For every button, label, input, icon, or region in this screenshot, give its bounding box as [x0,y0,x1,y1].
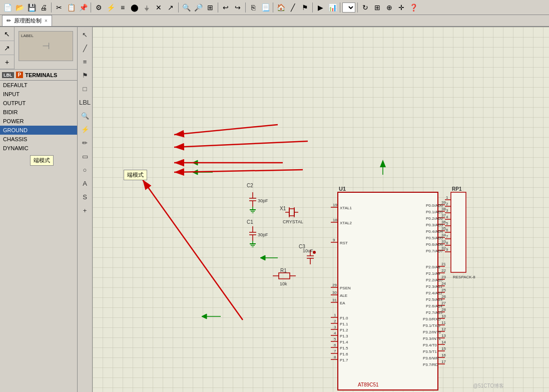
svg-text:P0.4/AD4: P0.4/AD4 [426,229,443,234]
svg-text:P0.5/AD5: P0.5/AD5 [426,236,443,240]
bus-entry-icon[interactable]: ↗ [165,2,176,13]
terminal-item-output[interactable]: OUTPUT [0,99,77,108]
wire-icon[interactable]: ⚡ [105,2,116,13]
terminal-item-default[interactable]: DEFAULT [0,81,77,90]
svg-rect-28 [279,273,290,279]
svg-text:C1: C1 [247,219,253,225]
junction-icon[interactable]: ⬤ [129,2,140,13]
svg-marker-186 [380,160,386,167]
print-icon[interactable]: 🖨 [38,2,49,13]
svg-text:X1: X1 [280,206,286,211]
svg-text:P0.1/AD1: P0.1/AD1 [426,210,443,214]
svg-text:6: 6 [446,228,448,232]
rect-tool[interactable]: ▭ [79,150,92,163]
measure-tool[interactable]: ⚡ [79,123,92,136]
pencil-tool[interactable]: ✏ [79,136,92,149]
help-icon[interactable]: ❓ [408,2,419,13]
tab-close-button[interactable]: × [45,18,48,24]
zoom-fit-icon[interactable]: ⊞ [205,2,216,13]
paste2-icon[interactable]: 📃 [260,2,271,13]
new-icon[interactable]: 📄 [2,2,13,13]
svg-text:15: 15 [441,346,446,351]
save-icon[interactable]: 💾 [26,2,37,13]
power-icon[interactable]: ⏚ [141,2,152,13]
terminals-title: TERMINALS [25,72,57,78]
schematic-tab[interactable]: ✏ 原理图绘制 × [2,15,52,26]
zoom-in-icon[interactable]: 🔍 [181,2,192,13]
svg-text:7: 7 [334,349,336,353]
svg-text:2: 2 [446,202,448,206]
draw-line-icon[interactable]: ╱ [287,2,298,13]
svg-text:11: 11 [441,320,446,325]
terminal-item-bidir[interactable]: BIDIR [0,108,77,117]
svg-text:13: 13 [441,333,446,338]
terminal-item-ground[interactable]: GROUND [0,126,77,135]
simulate-icon[interactable]: ▶ [315,2,326,13]
move-icon[interactable]: ✛ [396,2,407,13]
svg-text:3: 3 [446,208,448,213]
svg-rect-14 [289,209,294,216]
copy2-icon[interactable]: ⎘ [248,2,259,13]
terminal-item-chassis[interactable]: CHASSIS [0,135,77,144]
ellipse-tool[interactable]: ○ [79,163,92,176]
svg-text:U1: U1 [339,186,346,192]
component-preview: LABEL ⊣ [19,31,73,61]
svg-text:2: 2 [334,319,336,323]
zoom-tool[interactable]: 🔍 [79,109,92,122]
lbl-tool[interactable]: LBL [79,96,92,109]
open-icon[interactable]: 📂 [14,2,25,13]
plus-tool[interactable]: + [0,55,14,69]
plus-side-tool[interactable]: + [79,204,92,217]
svg-text:5: 5 [334,337,336,341]
place-component-tool[interactable]: □ [79,82,92,95]
bus-icon[interactable]: ≡ [117,2,128,13]
svg-text:P2.3/A11: P2.3/A11 [426,284,442,289]
copy-icon[interactable]: 📋 [66,2,77,13]
schematic-tab-icon: ✏ [7,18,11,24]
svg-text:9: 9 [446,247,448,252]
place-bus-tool[interactable]: ≡ [79,55,92,68]
c2-component: C2 30pF [247,183,268,207]
house-icon[interactable]: 🏠 [275,2,286,13]
text-tool[interactable]: A [79,177,92,190]
design-select[interactable]: Base Design [342,3,355,13]
svg-text:C2: C2 [247,183,253,188]
place-netflag-tool[interactable]: ⚑ [79,69,92,82]
s-tool[interactable]: S [79,190,92,203]
redo-icon[interactable]: ↪ [232,2,243,13]
svg-text:21: 21 [441,262,446,266]
schematic-canvas[interactable]: C2 30pF C1 30pF X1 [93,27,549,392]
align-icon[interactable]: ⊕ [384,2,395,13]
select-tool[interactable]: ↖ [0,27,14,41]
svg-text:P1.7: P1.7 [340,358,348,362]
cursor-tool[interactable]: ↖ [79,28,92,41]
svg-text:XTAL2: XTAL2 [340,221,352,225]
wire-tool[interactable]: ↗ [0,41,14,55]
terminal-item-input[interactable]: INPUT [0,90,77,99]
lbl-badge: LBL [2,72,14,78]
svg-text:26: 26 [441,294,446,299]
u1-component: U1 AT89C51 19 XTAL1 18 XTAL2 9 RST [331,186,446,390]
marker-icon[interactable]: ⚑ [299,2,310,13]
svg-text:CRYSTAL: CRYSTAL [283,219,303,224]
refresh-icon[interactable]: ↻ [360,2,371,13]
bom-icon[interactable]: 📊 [327,2,338,13]
undo-icon[interactable]: ↩ [220,2,231,13]
paste-icon[interactable]: 📌 [78,2,89,13]
place-wire-tool[interactable]: ╱ [79,42,92,55]
grid-icon[interactable]: ⊞ [372,2,383,13]
schematic-svg: C2 30pF C1 30pF X1 [93,27,549,392]
no-connect-icon[interactable]: ✕ [153,2,164,13]
component-icon[interactable]: ⚙ [93,2,104,13]
svg-text:AT89C51: AT89C51 [358,382,379,387]
svg-text:27: 27 [441,301,446,305]
svg-text:P2.5/A13: P2.5/A13 [426,297,442,302]
svg-text:17: 17 [441,359,446,364]
svg-text:RP1: RP1 [452,186,462,192]
power-symbol [380,160,386,175]
zoom-out-icon[interactable]: 🔎 [193,2,204,13]
terminal-item-dynamic[interactable]: DYNAMIC [0,144,77,153]
cut-icon[interactable]: ✂ [54,2,65,13]
terminal-item-power[interactable]: POWER [0,117,77,126]
svg-line-191 [143,180,243,320]
